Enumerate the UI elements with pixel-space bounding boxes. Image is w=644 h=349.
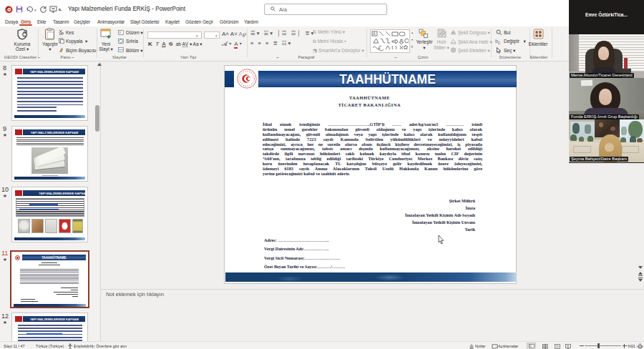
svg-text:c: c (498, 40, 501, 44)
svg-text:A: A (373, 31, 376, 36)
